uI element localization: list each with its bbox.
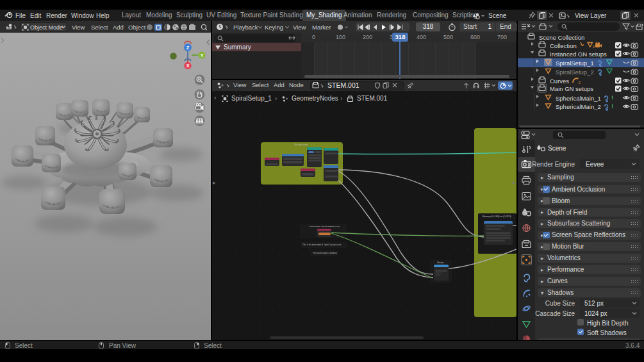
svg-text:Instanced GN setups: Instanced GN setups (550, 51, 607, 58)
svg-text:Y: Y (201, 53, 204, 58)
svg-text:Curves: Curves (550, 78, 569, 85)
svg-text:Z: Z (186, 45, 190, 51)
svg-text:X: X (186, 63, 190, 69)
svg-text:3: 3 (593, 45, 595, 49)
svg-text:SpiralSetup_1: SpiralSetup_1 (556, 60, 594, 67)
svg-text:Scene Collection: Scene Collection (539, 34, 584, 41)
svg-text:SpiralSetup_2: SpiralSetup_2 (556, 69, 594, 76)
svg-text:2: 2 (579, 81, 581, 85)
svg-text:SphericalMain_2: SphericalMain_2 (556, 103, 601, 110)
svg-text:Main GN setups: Main GN setups (550, 85, 593, 92)
svg-text:Collection: Collection (550, 42, 577, 49)
svg-text:SphericalMain_1: SphericalMain_1 (556, 95, 601, 102)
